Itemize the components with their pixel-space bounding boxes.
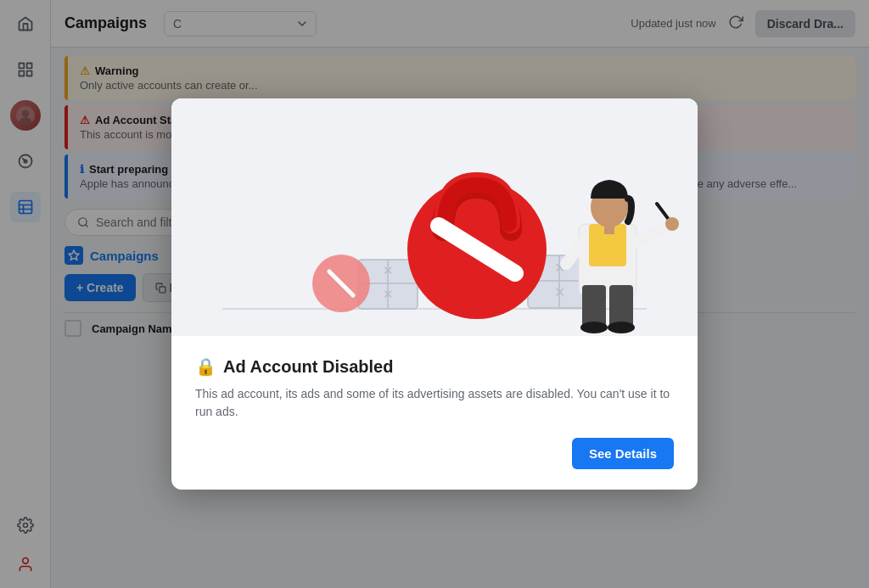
svg-text:✕: ✕ — [383, 287, 394, 301]
modal-dialog: × ✕ ✕ ✕ ✕ — [171, 98, 698, 490]
modal-footer: See Details — [195, 438, 674, 473]
see-details-button[interactable]: See Details — [572, 438, 674, 469]
svg-text:✕: ✕ — [383, 263, 394, 277]
modal-description: This ad account, its ads and some of its… — [195, 385, 674, 421]
svg-rect-42 — [604, 226, 614, 234]
svg-point-46 — [608, 322, 635, 333]
lock-icon: 🔒 — [195, 356, 216, 377]
svg-text:✕: ✕ — [554, 285, 565, 300]
modal-overlay[interactable]: × ✕ ✕ ✕ ✕ — [0, 0, 869, 588]
svg-rect-43 — [582, 285, 606, 328]
disabled-illustration: ✕ ✕ ✕ ✕ ✕ ✕ — [171, 98, 698, 336]
modal-illustration: ✕ ✕ ✕ ✕ ✕ ✕ — [171, 98, 698, 336]
modal-body: 🔒 Ad Account Disabled This ad account, i… — [171, 336, 698, 490]
svg-rect-44 — [609, 285, 633, 328]
svg-point-45 — [580, 322, 608, 333]
svg-point-50 — [665, 217, 679, 231]
modal-title: 🔒 Ad Account Disabled — [195, 356, 674, 377]
